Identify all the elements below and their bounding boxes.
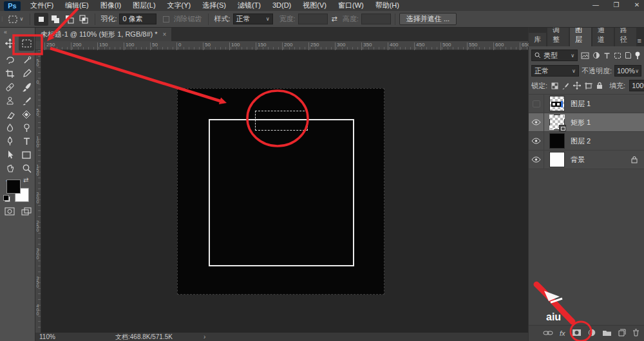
default-colors-icon[interactable] [5,196,10,202]
brush-tool[interactable] [19,81,34,93]
lock-all-icon[interactable] [596,82,603,89]
eraser-tool[interactable] [2,108,17,120]
swap-colors-icon[interactable]: ⇄ [23,176,28,183]
hand-tool[interactable] [2,162,17,174]
visibility-toggle[interactable] [529,132,544,151]
gradient-tool[interactable] [19,108,34,120]
subtract-from-selection-button[interactable] [62,13,77,26]
search-icon [535,52,541,59]
style-select[interactable]: 正常∨ [233,14,273,24]
active-tool-preset[interactable]: ∨ [5,14,26,25]
layer-name[interactable]: 图层 1 [571,99,591,109]
layer-name[interactable]: 图层 2 [571,136,591,146]
zoom-level-field[interactable]: 110% [39,333,78,340]
menu-3d[interactable]: 3D(D) [267,0,297,11]
document-canvas[interactable] [177,88,384,295]
lock-pixels-icon[interactable] [562,82,569,89]
filter-type-layers-icon[interactable] [603,52,611,59]
new-selection-button[interactable] [34,13,48,26]
layer-thumbnail[interactable] [549,115,565,130]
canvas-viewport[interactable] [41,50,528,333]
document-tab[interactable]: 未标题-1 @ 110% (矩形 1, RGB/8#) * × [35,28,171,41]
new-group-icon[interactable] [602,329,612,338]
menu-window[interactable]: 窗口(W) [332,0,370,11]
screen-mode-button[interactable] [19,205,34,217]
blur-tool[interactable] [2,122,17,134]
new-adjustment-layer-icon[interactable] [588,329,596,338]
delete-layer-icon[interactable] [632,329,639,338]
layer-effects-icon[interactable]: fx [560,329,565,337]
collapse-toolbar-icon[interactable]: ‹‹ [4,29,6,35]
status-options-chevron[interactable]: › [204,333,205,340]
lasso-tool[interactable] [2,54,17,66]
rectangular-marquee-tool[interactable] [19,36,34,51]
layer-thumbnail[interactable] [549,96,565,111]
zoom-tool[interactable] [19,162,34,174]
eyedropper-tool[interactable] [19,68,34,80]
clone-stamp-tool[interactable] [2,95,17,107]
menu-select[interactable]: 选择(S) [196,0,232,11]
menu-filter[interactable]: 滤镜(T) [232,0,267,11]
pen-tool[interactable] [2,135,17,147]
menu-type[interactable]: 文字(Y) [162,0,197,11]
antialias-checkbox[interactable] [163,16,169,23]
select-and-mask-button[interactable]: 选择并遮住 ... [399,13,457,25]
opacity-select[interactable]: 100%∨ [614,65,641,77]
crop-tool[interactable] [2,68,17,80]
menu-image[interactable]: 图像(I) [95,0,127,11]
height-input[interactable] [361,14,391,24]
visibility-toggle[interactable] [529,151,544,169]
move-tool[interactable] [2,37,17,50]
layer-name[interactable]: 背景 [571,155,585,165]
quick-selection-tool[interactable] [19,54,34,66]
dodge-tool[interactable] [19,122,34,134]
layer-thumbnail[interactable] [549,133,565,149]
swap-dimensions-icon[interactable]: ⇄ [332,15,337,23]
rectangle-shape-tool[interactable] [19,149,34,161]
spot-healing-brush-tool[interactable] [2,81,17,93]
add-to-selection-button[interactable] [48,13,62,26]
fill-select[interactable]: 100%∨ [629,80,644,91]
layer-row-1[interactable]: 图层 1 [529,95,644,113]
filter-smart-objects-icon[interactable] [625,51,632,59]
foreground-color-swatch[interactable] [6,180,21,194]
lock-position-icon[interactable] [573,82,581,89]
path-selection-tool[interactable] [2,149,17,161]
visibility-toggle[interactable] [529,95,544,113]
lock-artboard-icon[interactable] [585,82,592,89]
layer-row-4[interactable]: 背景 [529,151,644,169]
restore-button[interactable]: ❐ [612,0,621,10]
lock-transparency-icon[interactable] [551,82,558,89]
close-button[interactable]: ✕ [632,0,641,10]
quick-mask-button[interactable] [2,205,17,217]
filter-pixel-layers-icon[interactable] [581,52,589,59]
history-brush-tool[interactable] [19,95,34,107]
filter-adjustment-layers-icon[interactable] [592,51,600,59]
link-layers-icon[interactable] [543,329,553,337]
shape-layer-badge [559,125,566,131]
add-layer-mask-icon[interactable] [572,329,582,338]
layer-row-3[interactable]: 图层 2 [529,132,644,151]
intersect-selection-button[interactable] [77,13,91,26]
blend-mode-select[interactable]: 正常∨ [531,65,579,77]
feather-input[interactable] [119,14,156,24]
menu-help[interactable]: 帮助(H) [370,0,405,11]
tab-libraries[interactable]: 库 [529,33,546,46]
minimize-button[interactable]: — [591,0,600,10]
filter-pin-toggle-icon[interactable] [635,51,640,60]
filter-shape-layers-icon[interactable] [614,52,621,59]
visibility-toggle[interactable] [529,113,544,132]
menu-layer[interactable]: 图层(L) [127,0,161,11]
type-tool[interactable] [19,135,34,147]
layer-thumbnail[interactable] [549,152,565,167]
menu-view[interactable]: 视图(V) [297,0,332,11]
layer-name[interactable]: 矩形 1 [571,118,591,127]
width-input[interactable] [298,14,328,24]
filter-type-select[interactable]: 类型 ∨ [531,50,578,61]
panel-menu-icon[interactable]: ≡ [638,37,641,46]
menu-edit[interactable]: 编辑(E) [59,0,95,11]
close-tab-icon[interactable]: × [163,31,167,38]
new-layer-icon[interactable] [618,329,626,338]
menu-file[interactable]: 文件(F) [24,0,59,11]
layer-row-2[interactable]: 矩形 1 [529,113,644,132]
